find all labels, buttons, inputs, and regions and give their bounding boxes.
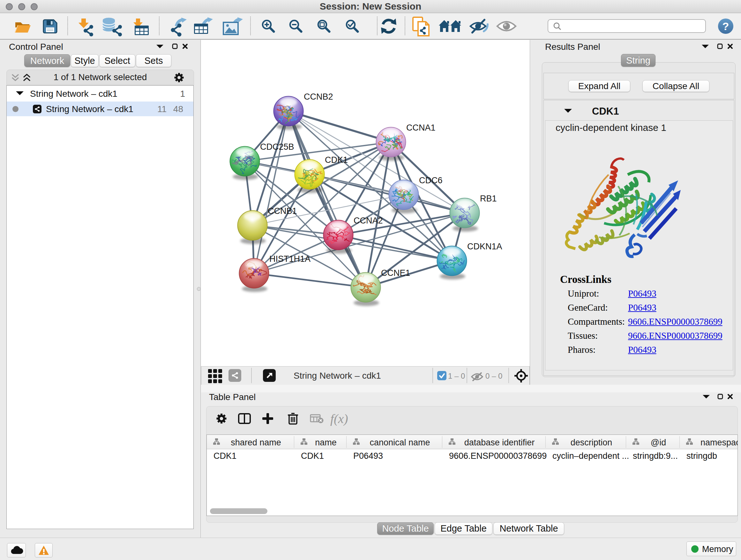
svg-text:RB1: RB1 xyxy=(480,194,497,203)
svg-text:CCNB1: CCNB1 xyxy=(268,206,297,216)
svg-text:CCNE1: CCNE1 xyxy=(381,268,410,278)
svg-text:CDKN1A: CDKN1A xyxy=(467,242,502,251)
svg-text:CCNA1: CCNA1 xyxy=(406,123,435,132)
svg-text:CCNA2: CCNA2 xyxy=(354,216,383,226)
svg-text:CDC6: CDC6 xyxy=(419,176,443,185)
svg-text:CCNB2: CCNB2 xyxy=(304,92,333,102)
svg-text:CDC25B: CDC25B xyxy=(260,142,294,152)
svg-text:CDK1: CDK1 xyxy=(325,155,348,165)
svg-text:HIST1H1A: HIST1H1A xyxy=(269,254,311,264)
